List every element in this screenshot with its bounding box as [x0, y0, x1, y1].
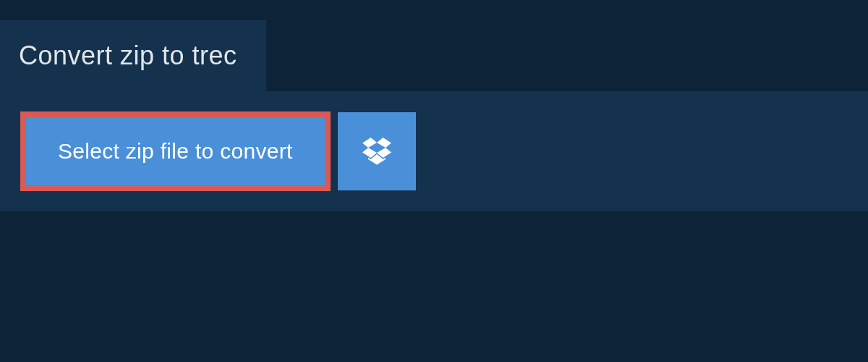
upload-panel: Select zip file to convert	[0, 91, 868, 211]
page-title: Convert zip to trec	[19, 41, 237, 71]
select-file-button[interactable]: Select zip file to convert	[26, 117, 325, 185]
dropbox-icon	[362, 137, 391, 166]
dropbox-button[interactable]	[338, 112, 416, 190]
select-file-highlight: Select zip file to convert	[20, 111, 331, 191]
header-tab: Convert zip to trec	[0, 20, 266, 91]
select-file-label: Select zip file to convert	[58, 139, 293, 164]
